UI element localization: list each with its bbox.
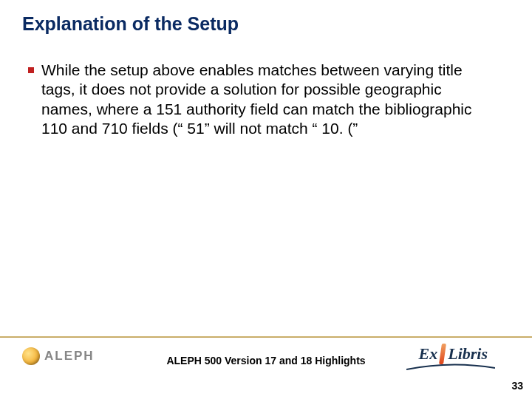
exlibris-text-ex: Ex	[419, 344, 438, 364]
exlibris-bar-icon	[439, 344, 446, 364]
slide-title: Explanation of the Setup	[22, 13, 510, 35]
page-number: 33	[511, 380, 523, 392]
square-bullet-icon	[28, 67, 34, 73]
bullet-item: While the setup above enables matches be…	[28, 61, 488, 138]
exlibris-text-libris: Libris	[448, 344, 488, 364]
slide: Explanation of the Setup While the setup…	[0, 0, 532, 399]
bullet-text: While the setup above enables matches be…	[41, 61, 488, 138]
exlibris-logo: Ex Libris	[419, 344, 488, 364]
slide-body: While the setup above enables matches be…	[28, 61, 488, 138]
swoosh-icon	[406, 364, 495, 371]
